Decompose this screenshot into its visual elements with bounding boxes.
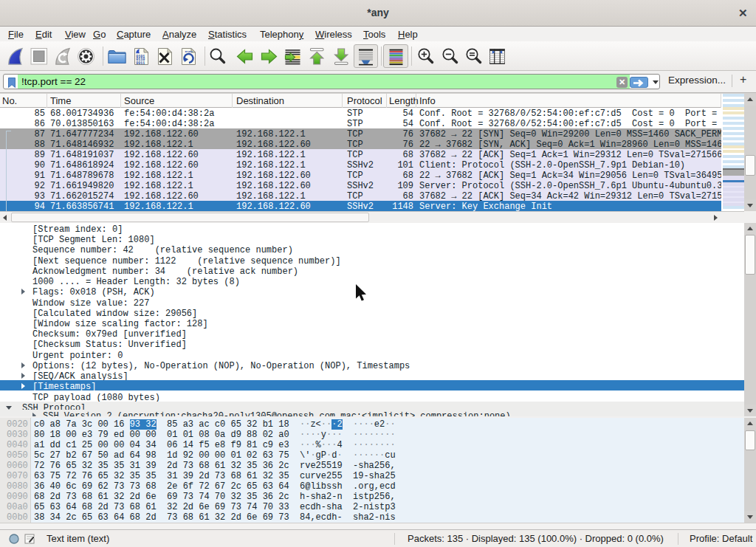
svg-text:0011: 0011 — [136, 61, 145, 66]
svg-text:0101: 0101 — [185, 49, 193, 53]
